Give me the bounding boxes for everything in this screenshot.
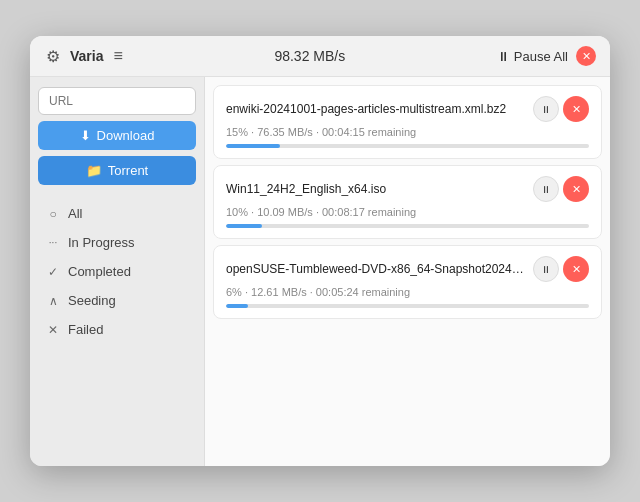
- menu-icon[interactable]: ≡: [113, 47, 122, 65]
- sidebar-item-in-progress[interactable]: ··· In Progress: [38, 228, 196, 257]
- in-progress-icon: ···: [46, 237, 60, 248]
- torrent-folder-icon: 📁: [86, 163, 102, 178]
- download-pause-button-1[interactable]: ⏸: [533, 96, 559, 122]
- progress-bar-fill-1: [226, 144, 280, 148]
- download-cancel-button-3[interactable]: ✕: [563, 256, 589, 282]
- progress-bar-bg-1: [226, 144, 589, 148]
- download-meta-1: 15% · 76.35 MB/s · 00:04:15 remaining: [226, 126, 589, 138]
- app-title: Varia: [70, 48, 103, 64]
- progress-bar-bg-2: [226, 224, 589, 228]
- download-filename-3: openSUSE-Tumbleweed-DVD-x86_64-Snapshot2…: [226, 262, 525, 276]
- download-item-1-actions: ⏸ ✕: [533, 96, 589, 122]
- seeding-icon: ∧: [46, 294, 60, 308]
- progress-bar-fill-3: [226, 304, 248, 308]
- progress-bar-fill-2: [226, 224, 262, 228]
- download-item-3-header: openSUSE-Tumbleweed-DVD-x86_64-Snapshot2…: [226, 256, 589, 282]
- download-item-1-header: enwiki-20241001-pages-articles-multistre…: [226, 96, 589, 122]
- titlebar: ⚙ Varia ≡ 98.32 MB/s ⏸ Pause All ✕: [30, 36, 610, 77]
- app-window: ⚙ Varia ≡ 98.32 MB/s ⏸ Pause All ✕ ⬇ Dow…: [30, 36, 610, 466]
- progress-bar-bg-3: [226, 304, 589, 308]
- completed-icon: ✓: [46, 265, 60, 279]
- sidebar: ⬇ Download 📁 Torrent ○ All ··· In Progre…: [30, 77, 205, 466]
- download-cancel-button-2[interactable]: ✕: [563, 176, 589, 202]
- sidebar-item-seeding[interactable]: ∧ Seeding: [38, 286, 196, 315]
- download-item-2: Win11_24H2_English_x64.iso ⏸ ✕ 10% · 10.…: [213, 165, 602, 239]
- downloads-list: enwiki-20241001-pages-articles-multistre…: [205, 77, 610, 466]
- titlebar-actions: ⏸ Pause All ✕: [497, 46, 596, 66]
- failed-icon: ✕: [46, 323, 60, 337]
- download-filename-2: Win11_24H2_English_x64.iso: [226, 182, 525, 196]
- gear-icon[interactable]: ⚙: [44, 47, 62, 65]
- download-item-3-actions: ⏸ ✕: [533, 256, 589, 282]
- download-meta-2: 10% · 10.09 MB/s · 00:08:17 remaining: [226, 206, 589, 218]
- download-meta-3: 6% · 12.61 MB/s · 00:05:24 remaining: [226, 286, 589, 298]
- download-item-3: openSUSE-Tumbleweed-DVD-x86_64-Snapshot2…: [213, 245, 602, 319]
- download-cancel-button-1[interactable]: ✕: [563, 96, 589, 122]
- download-pause-button-3[interactable]: ⏸: [533, 256, 559, 282]
- download-button[interactable]: ⬇ Download: [38, 121, 196, 150]
- pause-icon: ⏸: [497, 49, 510, 64]
- download-item-2-header: Win11_24H2_English_x64.iso ⏸ ✕: [226, 176, 589, 202]
- content-area: ⬇ Download 📁 Torrent ○ All ··· In Progre…: [30, 77, 610, 466]
- download-filename-1: enwiki-20241001-pages-articles-multistre…: [226, 102, 525, 116]
- download-arrow-icon: ⬇: [80, 128, 91, 143]
- speed-display: 98.32 MB/s: [123, 48, 497, 64]
- window-close-button[interactable]: ✕: [576, 46, 596, 66]
- sidebar-item-all[interactable]: ○ All: [38, 199, 196, 228]
- download-pause-button-2[interactable]: ⏸: [533, 176, 559, 202]
- torrent-button[interactable]: 📁 Torrent: [38, 156, 196, 185]
- pause-all-button[interactable]: ⏸ Pause All: [497, 49, 568, 64]
- all-icon: ○: [46, 207, 60, 221]
- download-item-1: enwiki-20241001-pages-articles-multistre…: [213, 85, 602, 159]
- url-input[interactable]: [38, 87, 196, 115]
- sidebar-item-failed[interactable]: ✕ Failed: [38, 315, 196, 344]
- sidebar-item-completed[interactable]: ✓ Completed: [38, 257, 196, 286]
- download-item-2-actions: ⏸ ✕: [533, 176, 589, 202]
